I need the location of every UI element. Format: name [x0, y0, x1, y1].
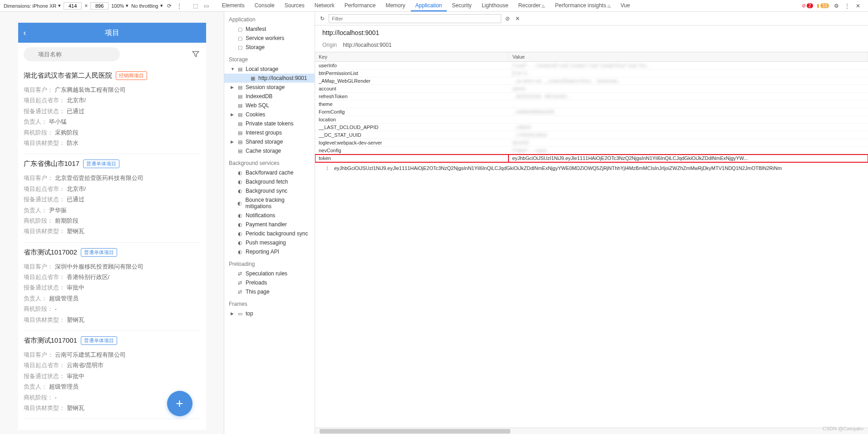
- back-arrow-icon[interactable]: ‹: [24, 28, 26, 38]
- storage-row[interactable]: location...: [315, 116, 868, 124]
- storage-row[interactable]: tokeneyJhbGciOiJSUzI1NiJ9.eyJle1111HAiOj…: [315, 155, 868, 162]
- width-input[interactable]: [64, 2, 82, 10]
- tab-lighthouse[interactable]: Lighthouse: [477, 0, 513, 11]
- col-key[interactable]: Key: [315, 52, 508, 62]
- scrollbar-thumb[interactable]: [320, 429, 510, 434]
- tree-item-back-forward-cache[interactable]: ◐Back/forward cache: [224, 168, 315, 177]
- tree-item-background-sync[interactable]: ◐Background sync: [224, 186, 315, 195]
- dimensions-select[interactable]: Dimensions: iPhone XR ▾: [4, 3, 61, 9]
- col-value[interactable]: Value: [508, 52, 868, 62]
- more-icon[interactable]: ⋮: [176, 2, 183, 10]
- gear-icon[interactable]: ⚙: [833, 2, 840, 10]
- storage-row[interactable]: FormConfig...b49b03856eb29f...: [315, 108, 868, 116]
- value-text[interactable]: eyJhbGciOiJSUzI1NiJ9.eyJle1111HAiOjE2OTc…: [334, 165, 863, 425]
- storage-row[interactable]: btnPermissionList[{"id":3...: [315, 70, 868, 77]
- tree-item-preloads[interactable]: ⇄Preloads: [224, 278, 315, 287]
- zoom-value: 100%: [111, 3, 124, 9]
- tree-item-indexeddb[interactable]: ▤IndexedDB: [224, 92, 315, 101]
- storage-row[interactable]: __LAST_DCLOUD_APPID...UADI4: [315, 124, 868, 131]
- zoom-select[interactable]: 100% ▾: [111, 3, 128, 9]
- caret-icon[interactable]: ▶: [231, 140, 234, 144]
- tab-performance[interactable]: Performance: [340, 0, 380, 11]
- throttling-select[interactable]: No throttling ▾: [131, 3, 163, 9]
- tree-item-notifications[interactable]: ◐Notifications: [224, 211, 315, 220]
- add-button[interactable]: +: [167, 391, 192, 416]
- tab-performance-insights[interactable]: Performance insights △: [550, 0, 615, 11]
- tree-item-shared-storage[interactable]: ▶▤Shared storage: [224, 137, 315, 146]
- horizontal-scrollbar[interactable]: [315, 428, 868, 434]
- tree-item-this-page[interactable]: ⇄This page: [224, 287, 315, 296]
- tree-item-cache-storage[interactable]: ▤Cache storage: [224, 146, 315, 155]
- project-card[interactable]: 湖北省武汉市省第二人民医院经销商项目项目客户：广东腾越装饰工程有限公司项目起点省…: [24, 66, 201, 154]
- tree-item-service-workers[interactable]: ▢Service workers: [224, 34, 315, 43]
- tab-elements[interactable]: Elements: [217, 0, 249, 11]
- storage-row[interactable]: accountadmin: [315, 85, 868, 93]
- filter-icon[interactable]: [192, 50, 201, 59]
- tree-item-periodic-background-sync[interactable]: ◐Periodic background sync: [224, 229, 315, 238]
- caret-icon[interactable]: ▶: [231, 311, 234, 316]
- tree-item-speculation-rules[interactable]: ⇄Speculation rules: [224, 269, 315, 278]
- refresh-icon[interactable]: ↻: [319, 15, 326, 22]
- tree-item-background-fetch[interactable]: ◐Background fetch: [224, 177, 315, 186]
- storage-row[interactable]: nevConfig{"label":... value: [315, 147, 868, 155]
- rotate-icon[interactable]: ⟳: [166, 2, 173, 10]
- close-icon[interactable]: ✕: [854, 2, 862, 10]
- tab-recorder[interactable]: Recorder △: [514, 0, 550, 11]
- tree-item-top[interactable]: ▶▭top: [224, 309, 315, 318]
- tab-sources[interactable]: Sources: [280, 0, 309, 11]
- storage-row[interactable]: _AMap_WebGLRender...se strict var __exte…: [315, 77, 868, 85]
- project-card[interactable]: 省市测试1017002普通单体项目项目客户：深圳中外服移民投资顾问有限公司项目起…: [24, 243, 201, 331]
- storage-value: SILENT: [508, 139, 868, 147]
- project-field: 报备通过状态：审批中: [24, 371, 201, 381]
- tab-application[interactable]: Application: [411, 0, 447, 11]
- tree-item-bounce-tracking-mitigations[interactable]: ◐Bounce tracking mitigations: [224, 195, 315, 211]
- filter-input[interactable]: [329, 14, 501, 23]
- tree-item-push-messaging[interactable]: ◐Push messaging: [224, 238, 315, 247]
- tree-item-interest-groups[interactable]: ▤Interest groups: [224, 128, 315, 137]
- storage-row[interactable]: __DC_STAT_UUID...17552614924: [315, 131, 868, 139]
- tree-icon: ⇄: [237, 289, 243, 295]
- storage-value: {"uuid":... ,"creatorId":null,"creator":…: [508, 62, 868, 70]
- tree-item-reporting-api[interactable]: ◐Reporting API: [224, 247, 315, 256]
- device-toggle-icon[interactable]: ▭: [203, 2, 210, 10]
- tree-item-private-state-tokens[interactable]: ▤Private state tokens: [224, 119, 315, 128]
- project-tag: 普通单体项目: [81, 336, 117, 345]
- project-title: 广东省佛山市1017: [24, 160, 79, 168]
- height-input[interactable]: [90, 2, 108, 10]
- tree-item-local-storage[interactable]: ▼▤Local storage: [224, 65, 315, 74]
- tree-label: Service workers: [246, 35, 284, 41]
- project-list[interactable]: 湖北省武汉市省第二人民医院经销商项目项目客户：广东腾越装饰工程有限公司项目起点省…: [18, 66, 206, 430]
- storage-row[interactable]: theme...: [315, 100, 868, 108]
- tab-console[interactable]: Console: [250, 0, 279, 11]
- tree-label: Local storage: [246, 66, 278, 72]
- tree-label: Background fetch: [246, 179, 288, 185]
- tree-item-http-localhost-9001[interactable]: ▦http://localhost:9001: [224, 74, 315, 83]
- tree-item-web-sql[interactable]: ▤Web SQL: [224, 101, 315, 110]
- tab-security[interactable]: Security: [448, 0, 476, 11]
- caret-icon[interactable]: ▶: [231, 112, 234, 117]
- caret-icon[interactable]: ▶: [231, 85, 234, 90]
- tab-network[interactable]: Network: [310, 0, 339, 11]
- clear-icon[interactable]: ⊘: [504, 15, 511, 22]
- tree-item-payment-handler[interactable]: ◐Payment handler: [224, 220, 315, 229]
- storage-row[interactable]: userInfo{"uuid":... ,"creatorId":null,"c…: [315, 62, 868, 70]
- project-title: 省市测试1017002: [24, 248, 77, 257]
- tree-item-manifest[interactable]: ▢Manifest: [224, 25, 315, 34]
- tree-item-session-storage[interactable]: ▶▤Session storage: [224, 83, 315, 92]
- storage-key: token: [315, 155, 508, 162]
- kebab-icon[interactable]: ⋮: [843, 2, 851, 10]
- tab-vue[interactable]: Vue: [616, 0, 635, 11]
- storage-row[interactable]: refreshToken...BZGI2ZDA...MCIsInN1...: [315, 93, 868, 100]
- inspect-icon[interactable]: ⬚: [192, 2, 199, 10]
- storage-row[interactable]: loglevel:webpack-dev-serverSILENT: [315, 139, 868, 147]
- search-input[interactable]: [24, 47, 120, 61]
- tree-item-cookies[interactable]: ▶▤Cookies: [224, 110, 315, 119]
- caret-icon[interactable]: ▼: [231, 67, 235, 71]
- tree-item-storage[interactable]: ▢Storage: [224, 43, 315, 52]
- project-card[interactable]: 广东省佛山市1017普通单体项目项目客户：北京壹佰壹拾壹医药科技有限公司项目起点…: [24, 154, 201, 242]
- error-badge[interactable]: ⊘2: [802, 3, 813, 9]
- delete-icon[interactable]: ✕: [514, 15, 521, 22]
- tab-memory[interactable]: Memory: [381, 0, 409, 11]
- warning-badge[interactable]: ▮10: [817, 3, 829, 9]
- tree-icon: ◐: [237, 213, 243, 219]
